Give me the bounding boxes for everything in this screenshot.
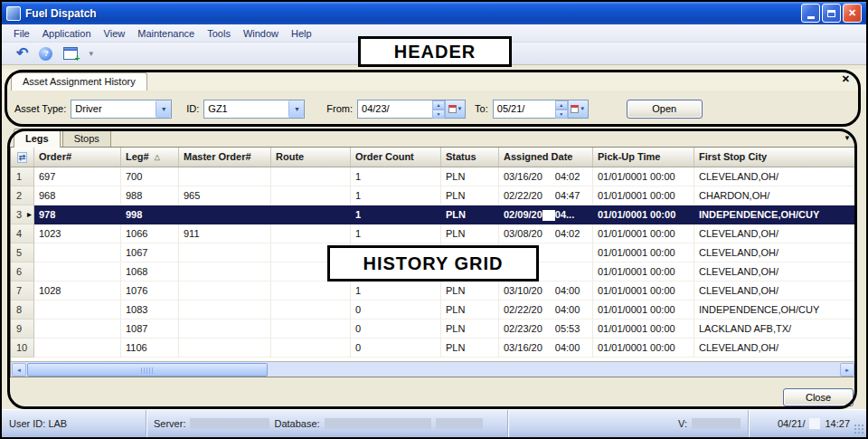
to-date-value: 05/21/	[494, 100, 555, 118]
menu-tools[interactable]: Tools	[201, 28, 237, 39]
cell-order: 968	[34, 186, 121, 205]
cell-route	[271, 320, 351, 339]
grid-row[interactable]: 4 1023 1066 911 1 PLN 03/08/2004:02 01/0…	[11, 224, 855, 243]
status-datetime: 04/21/ 14:27	[749, 410, 866, 437]
new-window-icon[interactable]	[63, 47, 78, 60]
cell-order-count: 0	[351, 339, 441, 358]
scrollbar-thumb[interactable]	[27, 363, 268, 377]
scroll-left-icon[interactable]: ◄	[12, 363, 26, 377]
col-header-status[interactable]: Status	[441, 148, 499, 167]
tab-stops[interactable]: Stops	[62, 129, 111, 148]
grid-row[interactable]: 3▸ 978 998 1 PLN 02/09/2004... 01/01/000…	[11, 205, 855, 224]
cell-master-order	[179, 205, 271, 224]
tab-asset-assignment-history[interactable]: Asset Assignment History	[11, 72, 147, 91]
cell-master-order	[179, 320, 271, 339]
col-header-leg[interactable]: Leg#△	[121, 148, 179, 167]
cell-leg: 1066	[121, 224, 179, 243]
minimize-button[interactable]	[801, 4, 820, 23]
cell-assigned-date: 03/10/2004:00	[499, 282, 593, 301]
cell-first-stop-city: INDEPENDENCE,OH/CUY	[694, 301, 855, 320]
grid-row[interactable]: 1 697 700 1 PLN 03/16/2004:02 01/01/0001…	[11, 167, 855, 186]
status-bar: User ID: LAB Server: Database: V: 04/21/…	[2, 409, 866, 437]
calendar-icon	[448, 105, 457, 113]
row-number-cell: 7	[11, 282, 34, 301]
menu-view[interactable]: View	[98, 28, 132, 39]
from-date-input[interactable]: 04/23/ ▲▼ ▼	[357, 100, 466, 119]
grid-menu-icon[interactable]: ▼	[844, 134, 851, 142]
cell-order-count: 1	[351, 205, 441, 224]
scroll-right-icon[interactable]: ►	[840, 363, 854, 377]
col-header-assigned-date[interactable]: Assigned Date	[499, 148, 593, 167]
calendar-button[interactable]: ▼	[445, 100, 465, 118]
calendar-button[interactable]: ▼	[568, 100, 588, 118]
close-window-button[interactable]: ✕	[843, 4, 862, 23]
menu-file[interactable]: File	[7, 28, 36, 39]
grid-row[interactable]: 2 968 988 965 1 PLN 02/22/2004:47 01/01/…	[11, 186, 855, 205]
back-icon[interactable]: ↶	[16, 46, 28, 61]
menu-application[interactable]: Application	[36, 28, 98, 39]
open-button[interactable]: Open	[627, 100, 703, 119]
id-select[interactable]: GZ1 ▼	[203, 100, 305, 119]
date-spinner[interactable]: ▲▼	[555, 100, 568, 118]
grid-row[interactable]: 9 1087 0 PLN 02/23/2005:53 01/01/0001 00…	[11, 320, 855, 339]
maximize-button[interactable]	[822, 4, 841, 23]
minimize-icon	[807, 16, 815, 19]
spin-down-icon[interactable]: ▼	[555, 110, 568, 119]
cell-order	[34, 262, 121, 282]
column-chooser-cell[interactable]: ⇄	[11, 148, 34, 167]
cell-first-stop-city: CLEVELAND,OH/	[694, 339, 855, 358]
asset-type-select[interactable]: Driver ▼	[71, 100, 172, 119]
col-header-pickup-time[interactable]: Pick-Up Time	[593, 148, 694, 167]
cell-master-order	[179, 243, 271, 262]
to-date-input[interactable]: 05/21/ ▲▼ ▼	[493, 100, 589, 119]
cell-leg: 1087	[121, 320, 179, 339]
menu-help[interactable]: Help	[285, 28, 318, 39]
redacted-database-value	[436, 418, 483, 429]
cell-leg: 1106	[121, 339, 179, 358]
status-spacer	[508, 410, 671, 437]
title-bar: Fuel Dispatch ✕	[2, 2, 866, 24]
cell-status: PLN	[441, 205, 499, 224]
tab-legs[interactable]: Legs	[14, 129, 61, 148]
col-header-order-count[interactable]: Order Count	[351, 148, 441, 167]
spin-up-icon[interactable]: ▲	[555, 100, 568, 110]
filter-bar: Asset Type: Driver ▼ ID: GZ1 ▼ From: 04/…	[2, 91, 866, 127]
menu-maintenance[interactable]: Maintenance	[131, 28, 201, 39]
cell-pickup-time: 01/01/0001 00:00	[593, 339, 694, 358]
cell-assigned-date: 02/09/2004...	[499, 205, 593, 224]
help-icon[interactable]: ?	[39, 47, 52, 61]
chevron-down-icon[interactable]: ▼	[288, 100, 304, 118]
spin-up-icon[interactable]: ▲	[432, 100, 445, 110]
cell-master-order	[179, 167, 271, 186]
cell-pickup-time: 01/01/0001 00:00	[593, 282, 694, 301]
grid-row[interactable]: 10 1106 0 PLN 03/16/2004:00 01/01/0001 0…	[11, 339, 855, 358]
annotation-grid-label: HISTORY GRID	[327, 245, 539, 282]
col-header-first-stop-city[interactable]: First Stop City	[694, 148, 855, 167]
grid-row[interactable]: 8 1083 0 PLN 02/22/2004:00 01/01/0001 00…	[11, 301, 855, 320]
cell-status: PLN	[441, 320, 499, 339]
chevron-down-icon[interactable]: ▼	[156, 100, 171, 118]
resize-grip[interactable]	[854, 424, 864, 434]
spin-down-icon[interactable]: ▼	[432, 110, 445, 119]
chevron-down-icon: ▼	[580, 106, 585, 111]
server-label: Server:	[154, 418, 185, 429]
grid-row[interactable]: 7 1028 1076 1 PLN 03/10/2004:00 01/01/00…	[11, 282, 855, 301]
cell-status: PLN	[441, 186, 499, 205]
cell-order-count: 1	[351, 224, 441, 243]
calendar-icon	[571, 105, 579, 113]
cell-assigned-date: 02/22/2004:47	[499, 186, 593, 205]
cell-order-count: 0	[351, 320, 441, 339]
row-number-cell: 1	[11, 167, 34, 186]
close-button[interactable]: Close	[783, 388, 854, 406]
status-version: V:	[671, 410, 749, 437]
col-header-order[interactable]: Order#	[34, 148, 121, 167]
menu-window[interactable]: Window	[237, 28, 285, 39]
status-user: User ID: LAB	[2, 410, 146, 437]
horizontal-scrollbar[interactable]: ◄ ►	[11, 361, 855, 377]
date-spinner[interactable]: ▲▼	[432, 100, 445, 118]
tab-close-icon[interactable]: ✕	[842, 74, 850, 84]
toolbar-overflow-icon[interactable]: ▾	[89, 49, 93, 58]
col-header-route[interactable]: Route	[271, 148, 351, 167]
cell-first-stop-city: CLEVELAND,OH/	[694, 224, 855, 243]
col-header-master-order[interactable]: Master Order#	[179, 148, 271, 167]
